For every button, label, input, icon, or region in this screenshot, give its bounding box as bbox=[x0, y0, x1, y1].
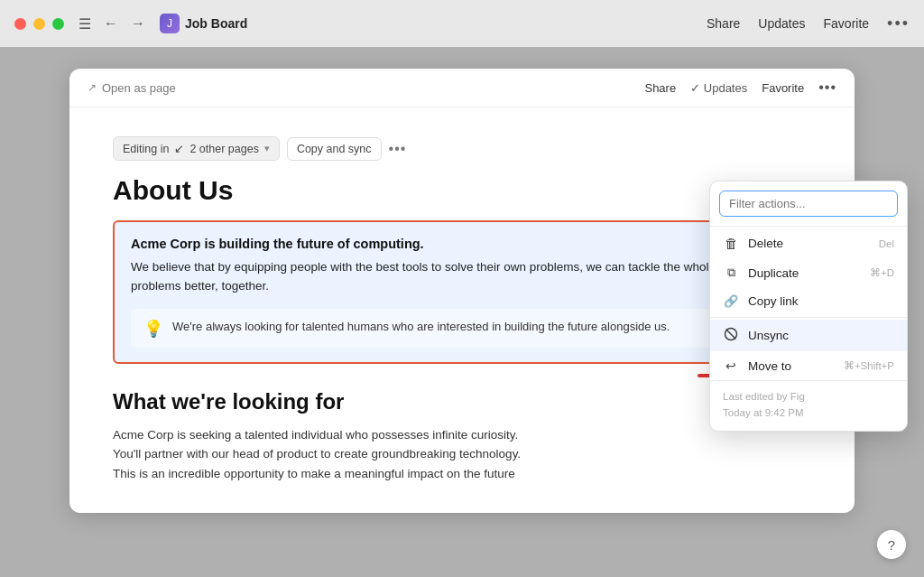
svg-line-2 bbox=[726, 330, 735, 339]
pages-label: 2 other pages bbox=[189, 143, 258, 155]
titlebar-favorite-button[interactable]: Favorite bbox=[824, 16, 870, 31]
unsync-label: Unsync bbox=[748, 329, 885, 342]
last-edited-line1: Last edited by Fig bbox=[723, 388, 894, 405]
editing-more-button[interactable]: ••• bbox=[389, 141, 407, 157]
open-as-page-button[interactable]: ↗ Open as page bbox=[88, 81, 176, 95]
context-menu-divider-top bbox=[710, 226, 907, 227]
move-to-label: Move to bbox=[748, 359, 835, 373]
move-to-shortcut: ⌘+Shift+P bbox=[844, 359, 894, 372]
context-menu-footer: Last edited by Fig Today at 9:42 PM bbox=[710, 380, 907, 431]
last-edited-line2: Today at 9:42 PM bbox=[723, 405, 894, 421]
duplicate-shortcut: ⌘+D bbox=[870, 266, 894, 279]
delete-icon: 🗑 bbox=[723, 236, 739, 251]
titlebar-more-button[interactable]: ••• bbox=[887, 14, 910, 33]
context-menu-duplicate[interactable]: ⧉ Duplicate ⌘+D bbox=[710, 258, 907, 287]
editing-in-label: Editing in bbox=[123, 143, 169, 155]
context-menu-copy-link[interactable]: 🔗 Copy link bbox=[710, 287, 907, 315]
context-menu-divider-mid bbox=[710, 317, 907, 318]
close-button[interactable] bbox=[14, 18, 26, 30]
quote-text: We're always looking for talented humans… bbox=[172, 318, 670, 336]
open-page-icon: ↗ bbox=[88, 81, 97, 94]
doc-favorite-button[interactable]: Favorite bbox=[762, 81, 804, 95]
copy-and-sync-button[interactable]: Copy and sync bbox=[287, 137, 382, 161]
doc-toolbar: ↗ Open as page Share ✓ Updates Favorite … bbox=[69, 69, 855, 107]
open-page-label: Open as page bbox=[102, 81, 176, 95]
titlebar-nav: ☰ ← → bbox=[75, 14, 149, 34]
sidebar-toggle-button[interactable]: ☰ bbox=[75, 14, 95, 34]
doc-toolbar-right: Share ✓ Updates Favorite ••• bbox=[644, 79, 836, 96]
delete-label: Delete bbox=[748, 237, 870, 250]
synced-block-quote: 💡 We're always looking for talented huma… bbox=[131, 309, 793, 348]
context-menu: 🗑 Delete Del ⧉ Duplicate ⌘+D 🔗 Copy link bbox=[709, 181, 908, 432]
copy-link-label: Copy link bbox=[748, 294, 885, 308]
editing-bar: Editing in ↙ 2 other pages ▾ Copy and sy… bbox=[113, 136, 811, 161]
forward-button[interactable]: → bbox=[127, 14, 149, 34]
titlebar-updates-button[interactable]: Updates bbox=[758, 16, 805, 31]
about-us-heading: About Us bbox=[113, 175, 811, 206]
editing-icon: ↙ bbox=[174, 142, 184, 155]
titlebar-actions: Share Updates Favorite ••• bbox=[707, 14, 910, 33]
context-menu-unsync[interactable]: Unsync bbox=[710, 320, 907, 351]
filter-actions-input[interactable] bbox=[719, 191, 898, 217]
doc-share-button[interactable]: Share bbox=[644, 81, 676, 95]
context-menu-search-container bbox=[710, 181, 907, 224]
copy-link-icon: 🔗 bbox=[723, 294, 739, 308]
main-area: ↗ Open as page Share ✓ Updates Favorite … bbox=[0, 47, 924, 577]
maximize-button[interactable] bbox=[52, 18, 64, 30]
traffic-lights bbox=[14, 18, 64, 30]
help-button[interactable]: ? bbox=[877, 530, 906, 559]
context-menu-delete[interactable]: 🗑 Delete Del bbox=[710, 228, 907, 258]
titlebar-share-button[interactable]: Share bbox=[707, 16, 740, 31]
synced-block-body: We believe that by equipping people with… bbox=[131, 258, 793, 296]
move-to-icon: ↩ bbox=[723, 358, 739, 373]
back-button[interactable]: ← bbox=[100, 14, 122, 34]
app-icon: J bbox=[160, 14, 180, 33]
doc-more-button[interactable]: ••• bbox=[818, 79, 836, 96]
delete-shortcut: Del bbox=[879, 238, 894, 249]
minimize-button[interactable] bbox=[33, 18, 45, 30]
titlebar-title: Job Board bbox=[185, 16, 707, 31]
titlebar: ☰ ← → J Job Board Share Updates Favorite… bbox=[0, 0, 924, 47]
context-menu-move-to[interactable]: ↩ Move to ⌘+Shift+P bbox=[710, 351, 907, 380]
lightbulb-icon: 💡 bbox=[143, 319, 163, 339]
duplicate-label: Duplicate bbox=[748, 266, 861, 280]
editing-pill[interactable]: Editing in ↙ 2 other pages ▾ bbox=[113, 136, 280, 161]
synced-block-title: Acme Corp is building the future of comp… bbox=[131, 237, 793, 251]
looking-for-paragraph: Acme Corp is seeking a talented individu… bbox=[113, 425, 811, 484]
chevron-down-icon: ▾ bbox=[264, 143, 270, 154]
duplicate-icon: ⧉ bbox=[723, 265, 739, 280]
doc-updates-button[interactable]: ✓ Updates bbox=[690, 81, 747, 95]
unsync-icon bbox=[723, 327, 739, 344]
synced-block: Acme Corp is building the future of comp… bbox=[113, 220, 811, 364]
